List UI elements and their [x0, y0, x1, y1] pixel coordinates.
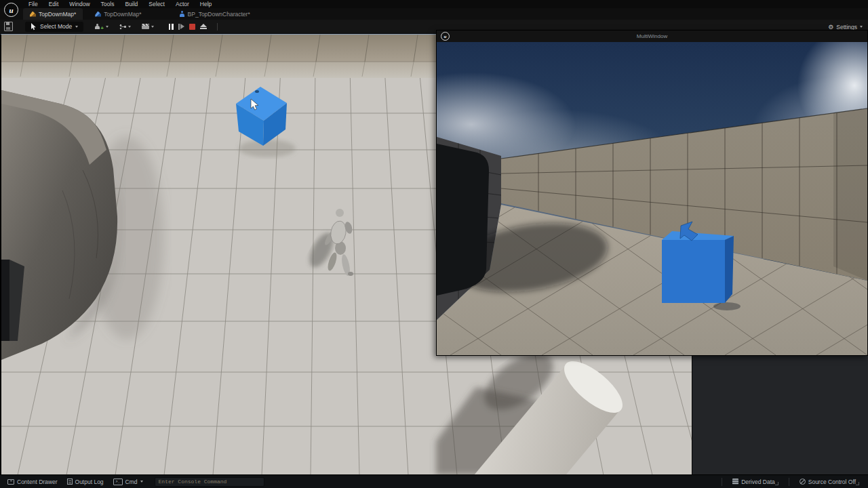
tab-label: TopDownMap* — [104, 11, 141, 18]
cmd-dropdown[interactable]: >_ Cmd — [108, 477, 148, 487]
menu-edit[interactable]: Edit — [43, 0, 64, 8]
add-actor-dropdown[interactable]: + — [94, 22, 108, 31]
gear-icon: ⚙ — [828, 24, 833, 30]
chevron-down-icon — [860, 26, 863, 28]
separator — [722, 478, 722, 486]
tab-label: BP_TopDownCharacter* — [188, 11, 250, 18]
source-control-button[interactable]: Source Control Off — [795, 477, 864, 487]
multiwindow-titlebar[interactable]: u MultiWindow — [437, 30, 867, 42]
expand-grip-icon — [775, 482, 778, 485]
eject-button[interactable] — [200, 24, 207, 30]
cylinder-actor[interactable] — [436, 342, 631, 474]
select-mode-label: Select Mode — [40, 23, 72, 30]
menu-select[interactable]: Select — [143, 0, 170, 8]
menu-actor[interactable]: Actor — [170, 0, 195, 8]
chevron-down-icon — [75, 26, 78, 28]
plus-icon: + — [100, 25, 104, 31]
chevron-down-icon — [151, 26, 154, 28]
chevron-down-icon — [106, 26, 108, 28]
playback-controls — [169, 23, 218, 30]
status-bar: Content Drawer Output Log >_ Cmd Derived… — [0, 474, 868, 488]
menu-help[interactable]: Help — [195, 0, 217, 8]
level-icon — [30, 12, 36, 17]
cmd-label: Cmd — [125, 479, 138, 485]
content-drawer-icon — [7, 479, 14, 485]
derived-data-icon — [732, 479, 738, 485]
tab-topdownmap-asset[interactable]: TopDownMap* — [88, 8, 148, 20]
pause-button[interactable] — [169, 24, 174, 30]
add-actor-icon — [94, 24, 100, 30]
map-asset-icon — [95, 12, 101, 17]
chevron-down-icon — [140, 481, 143, 483]
content-drawer-label: Content Drawer — [17, 479, 58, 485]
blueprint-character-icon — [180, 11, 185, 17]
derived-data-button[interactable]: Derived Data — [728, 477, 783, 487]
output-log-label: Output Log — [75, 479, 104, 485]
cinematics-dropdown[interactable] — [142, 24, 154, 29]
output-log-button[interactable]: Output Log — [62, 477, 108, 487]
console-command-input[interactable] — [155, 477, 264, 487]
settings-label: Settings — [836, 24, 857, 30]
select-mode-dropdown[interactable]: Select Mode — [25, 22, 83, 32]
toolbar-separator — [217, 23, 218, 30]
blueprints-icon — [119, 24, 126, 30]
unreal-editor-window: File Edit Window Tools Build Select Acto… — [0, 0, 868, 488]
cmd-icon: >_ — [113, 479, 123, 485]
save-icon[interactable] — [4, 22, 13, 31]
separator — [789, 478, 789, 486]
menu-build[interactable]: Build — [119, 0, 143, 8]
black-pillar — [437, 144, 489, 296]
menu-tools[interactable]: Tools — [96, 0, 120, 8]
blue-cube-actor[interactable] — [236, 87, 296, 157]
cursor-icon — [31, 23, 37, 30]
multiwindow-viewport[interactable] — [437, 42, 867, 355]
game-scene — [437, 42, 867, 355]
blueprints-dropdown[interactable] — [119, 24, 131, 30]
gray-wall-structure[interactable] — [1, 90, 164, 360]
tab-label: TopDownMap* — [39, 11, 76, 18]
tab-bar: TopDownMap* TopDownMap* BP_TopDownCharac… — [0, 8, 868, 20]
expand-grip-icon — [856, 482, 859, 485]
chevron-down-icon — [128, 26, 131, 28]
menu-bar: File Edit Window Tools Build Select Acto… — [0, 0, 868, 8]
tab-bp-topdowncharacter[interactable]: BP_TopDownCharacter* — [173, 8, 257, 20]
player-character[interactable] — [304, 209, 353, 277]
content-drawer-button[interactable]: Content Drawer — [3, 477, 62, 487]
stop-button[interactable] — [189, 24, 195, 30]
cinematics-icon — [142, 24, 149, 29]
unreal-logo-icon: u — [4, 3, 18, 17]
output-log-icon — [67, 479, 73, 485]
source-control-label: Source Control Off — [808, 479, 856, 485]
frame-skip-button[interactable] — [178, 24, 184, 30]
menu-window[interactable]: Window — [64, 0, 95, 8]
multiwindow-game-window[interactable]: u MultiWindow — [436, 30, 868, 356]
menu-file[interactable]: File — [23, 0, 43, 8]
source-control-icon — [800, 479, 806, 485]
derived-data-label: Derived Data — [741, 479, 775, 485]
status-bar-right: Derived Data Source Control Off — [722, 475, 864, 488]
multiwindow-title: MultiWindow — [437, 33, 867, 39]
tab-topdownmap-level[interactable]: TopDownMap* — [23, 8, 83, 20]
